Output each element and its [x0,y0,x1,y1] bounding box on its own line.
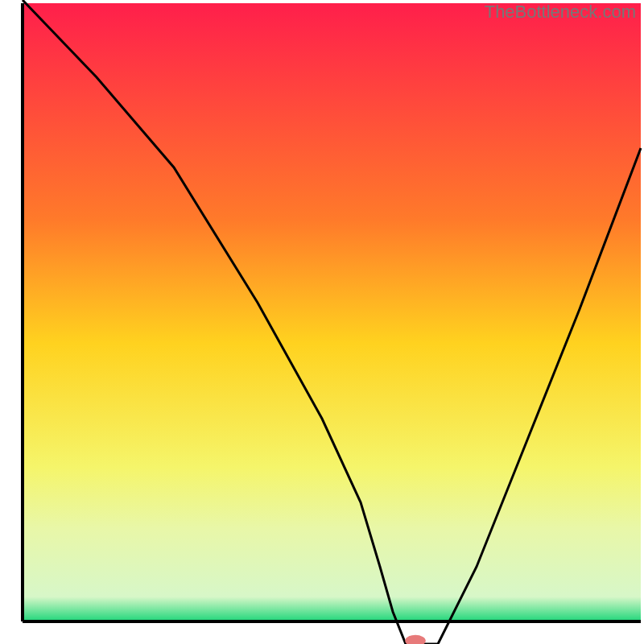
watermark-text: TheBottleneck.com [485,2,636,23]
chart-svg [0,0,644,644]
bottleneck-chart: TheBottleneck.com [0,0,644,644]
optimal-marker [405,635,426,644]
plot-background [23,3,641,621]
